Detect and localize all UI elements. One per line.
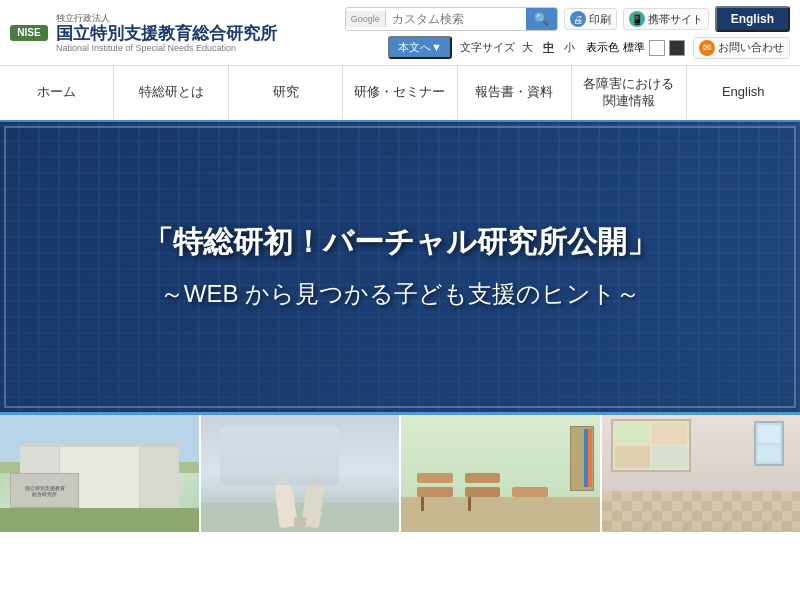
desk-5	[512, 487, 548, 496]
chair-leg	[421, 497, 424, 511]
nav-english[interactable]: English	[687, 66, 800, 120]
logo-area: NISE 独立行政法人 国立特別支援教育総合研究所 National Insti…	[10, 12, 277, 54]
nav-training[interactable]: 研修・セミナー	[343, 66, 457, 120]
logo-badge: NISE	[10, 25, 48, 41]
building-sign: 国立特別支援教育総合研究所	[10, 473, 79, 508]
chair-leg-2	[468, 497, 471, 511]
print-icon: 🖨	[570, 11, 586, 27]
print-button[interactable]: 🖨 印刷	[564, 8, 617, 30]
hero-title: 「特総研初！バーチャル研究所公開」	[143, 224, 657, 260]
photo-building: 国立特別支援教育総合研究所	[0, 415, 201, 532]
search-button[interactable]: 🔍	[526, 8, 557, 30]
window-1	[754, 421, 784, 467]
desk-4	[465, 473, 501, 482]
nav-about[interactable]: 特総研とは	[114, 66, 228, 120]
mobile-icon: 📱	[629, 11, 645, 27]
corridor-wall	[602, 415, 801, 491]
size-small[interactable]: 小	[561, 39, 578, 56]
contact-label: お問い合わせ	[718, 40, 784, 55]
desk-2	[417, 473, 453, 482]
utility-row: 本文へ▼ 文字サイズ 大 中 小 表示色 標準 ✉ お問い合わせ	[388, 36, 790, 59]
corridor-floor	[602, 491, 801, 532]
color-standard: 標準	[623, 40, 645, 55]
desk-3	[465, 487, 501, 496]
honbun-button[interactable]: 本文へ▼	[388, 36, 452, 59]
search-input[interactable]	[386, 9, 526, 29]
font-size-label: 文字サイズ	[460, 40, 515, 55]
book-spine-2	[584, 429, 588, 488]
english-button[interactable]: English	[715, 6, 790, 32]
search-box: Google 🔍	[345, 7, 558, 31]
search-row: Google 🔍 🖨 印刷 📱 携帯サイト English	[345, 6, 790, 32]
logo-text: 独立行政法人 国立特別支援教育総合研究所 National Institute …	[56, 12, 277, 54]
floor	[401, 497, 600, 532]
nav-research[interactable]: 研究	[229, 66, 343, 120]
org-name-ja: 国立特別支援教育総合研究所	[56, 25, 277, 44]
photo-strip: 国立特別支援教育総合研究所	[0, 412, 800, 532]
photo-corridor	[602, 415, 801, 532]
building-illustration: 国立特別支援教育総合研究所	[0, 415, 199, 532]
photo-classroom	[401, 415, 602, 532]
desk-1	[417, 487, 453, 496]
display-color-label: 表示色	[586, 40, 619, 55]
size-large[interactable]: 大	[519, 39, 536, 56]
nav-info[interactable]: 各障害における 関連情報	[572, 66, 686, 120]
mail-icon: ✉	[699, 40, 715, 56]
search-area: Google 🔍 🖨 印刷 📱 携帯サイト English 本文へ▼ 文字サイズ…	[345, 6, 790, 59]
notice-board	[611, 419, 690, 472]
mobile-label: 携帯サイト	[648, 12, 703, 27]
book-spine	[588, 429, 592, 488]
print-label: 印刷	[589, 12, 611, 27]
sculpture-illustration	[201, 415, 400, 532]
hero-content: 「特総研初！バーチャル研究所公開」 ～WEB から見つかる子ども支援のヒント～	[123, 204, 677, 329]
size-medium[interactable]: 中	[540, 39, 557, 56]
nav-home[interactable]: ホーム	[0, 66, 114, 120]
sculpt-base	[294, 517, 306, 527]
hero-subtitle: ～WEB から見つかる子ども支援のヒント～	[143, 278, 657, 309]
hero-banner: 「特総研初！バーチャル研究所公開」 ～WEB から見つかる子ども支援のヒント～	[0, 122, 800, 412]
classroom-illustration	[401, 415, 600, 532]
display-color-area: 表示色 標準	[586, 40, 685, 56]
mobile-button[interactable]: 📱 携帯サイト	[623, 8, 709, 30]
sky-bg	[220, 426, 339, 485]
color-swatch-1[interactable]	[649, 40, 665, 56]
contact-button[interactable]: ✉ お問い合わせ	[693, 37, 790, 59]
photo-sculpture	[201, 415, 402, 532]
main-nav: ホーム 特総研とは 研究 研修・セミナー 報告書・資料 各障害における 関連情報…	[0, 66, 800, 122]
org-type: 独立行政法人	[56, 12, 277, 25]
nav-reports[interactable]: 報告書・資料	[458, 66, 572, 120]
font-size-controls: 文字サイズ 大 中 小	[460, 39, 578, 56]
top-bar: NISE 独立行政法人 国立特別支援教育総合研究所 National Insti…	[0, 0, 800, 66]
ground	[0, 508, 199, 531]
org-name-en: National Institute of Special Needs Educ…	[56, 43, 277, 53]
color-swatch-2[interactable]	[669, 40, 685, 56]
floor-pattern	[602, 491, 801, 532]
search-label: Google	[346, 11, 386, 27]
corridor-illustration	[602, 415, 801, 532]
